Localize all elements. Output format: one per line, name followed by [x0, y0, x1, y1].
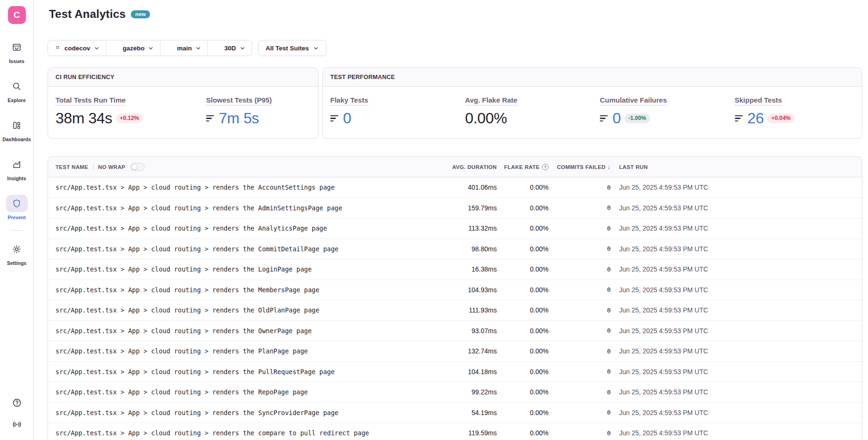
test-name-cell: src/App.test.tsx > App > cloud routing >… [48, 204, 422, 212]
flake-rate-cell: 0.00% [497, 286, 549, 294]
no-wrap-toggle[interactable] [130, 163, 145, 171]
table-row[interactable]: src/App.test.tsx > App > cloud routing >… [48, 218, 862, 239]
chevron-down-icon [313, 45, 319, 51]
tests-table: TEST NAME NO WRAP AVG. DURATION FLAKE RA… [48, 156, 862, 440]
metric-label[interactable]: Avg. Flake Rate [465, 96, 518, 105]
filter-funnel-icon [206, 115, 214, 121]
metric-label[interactable]: Total Tests Run Time [56, 96, 126, 105]
sidebar-item-dashboards[interactable]: Dashboards [2, 117, 31, 142]
metric-value-link[interactable]: 0 [343, 110, 351, 127]
table-row[interactable]: src/App.test.tsx > App > cloud routing >… [48, 321, 862, 342]
last-run-cell: Jun 25, 2025 4:59:53 PM UTC [619, 224, 862, 232]
metric-flaky-tests: Flaky Tests 0 [323, 96, 458, 127]
commits-failed-cell: 0 [549, 430, 619, 437]
repo-icon [112, 44, 119, 52]
metric-avg-flake-rate: Avg. Flake Rate 0.00% [458, 96, 593, 127]
help-icon[interactable] [12, 398, 22, 410]
col-last-run[interactable]: LAST RUN [619, 164, 862, 170]
table-row[interactable]: src/App.test.tsx > App > cloud routing >… [48, 280, 862, 301]
sidebar-item-label: Dashboards [2, 136, 31, 142]
search-icon [6, 78, 28, 95]
table-row[interactable]: src/App.test.tsx > App > cloud routing >… [48, 300, 862, 321]
test-name-cell: src/App.test.tsx > App > cloud routing >… [48, 429, 422, 437]
metric-label[interactable]: Slowest Tests (P95) [206, 96, 272, 105]
col-commits-failed[interactable]: COMMITS FAILED ↓ [549, 163, 619, 170]
no-wrap-label: NO WRAP [98, 164, 126, 170]
last-run-cell: Jun 25, 2025 4:59:53 PM UTC [619, 306, 862, 314]
sidebar-item-insights[interactable]: Insights [6, 156, 28, 181]
page-title: Test Analytics [49, 8, 126, 21]
test-name-cell: src/App.test.tsx > App > cloud routing >… [48, 224, 422, 232]
col-flake-rate[interactable]: FLAKE RATE ? [497, 164, 549, 170]
commits-failed-cell: 0 [549, 307, 619, 314]
table-row[interactable]: src/App.test.tsx > App > cloud routing >… [48, 177, 862, 198]
table-row[interactable]: src/App.test.tsx > App > cloud routing >… [48, 403, 862, 424]
org-logo[interactable]: C [8, 6, 26, 24]
sidebar-item-issues[interactable]: Issues [6, 39, 28, 64]
avg-duration-cell: 104.93ms [422, 286, 497, 294]
ci-run-efficiency-panel: CI RUN EFFICIENCY Total Tests Run Time 3… [48, 67, 319, 139]
sidebar-item-label: Prevent [8, 215, 26, 220]
metric-label[interactable]: Skipped Tests [735, 96, 782, 105]
col-avg-duration[interactable]: AVG. DURATION [422, 164, 497, 170]
flake-rate-cell: 0.00% [497, 265, 549, 273]
org-filter-value: codecov [64, 45, 90, 52]
sidebar-bottom [12, 398, 22, 432]
sidebar-item-prevent[interactable]: Prevent [6, 195, 28, 220]
filter-funnel-icon [735, 115, 743, 121]
question-circle-icon[interactable]: ? [542, 164, 549, 170]
metric-value: 0.00% [465, 110, 507, 127]
table-row[interactable]: src/App.test.tsx > App > cloud routing >… [48, 362, 862, 383]
avg-duration-cell: 111.93ms [422, 306, 497, 314]
metric-value-link[interactable]: 7m 5s [219, 110, 259, 127]
table-row[interactable]: src/App.test.tsx > App > cloud routing >… [48, 382, 862, 403]
delta-badge: -1.00% [624, 113, 650, 123]
app-root: C Issues Explore [0, 0, 868, 440]
last-run-cell: Jun 25, 2025 4:59:53 PM UTC [619, 204, 862, 212]
sidebar-item-label: Settings [7, 260, 26, 266]
table-row[interactable]: src/App.test.tsx > App > cloud routing >… [48, 239, 862, 260]
metric-label[interactable]: Cumulative Failures [600, 96, 667, 105]
test-name-cell: src/App.test.tsx > App > cloud routing >… [48, 327, 422, 335]
table-row[interactable]: src/App.test.tsx > App > cloud routing >… [48, 423, 862, 440]
gear-icon [6, 240, 28, 258]
new-badge: new [131, 10, 150, 18]
flake-rate-cell: 0.00% [497, 409, 549, 416]
table-row[interactable]: src/App.test.tsx > App > cloud routing >… [48, 341, 862, 362]
metric-value: 38m 34s [56, 110, 112, 127]
test-suites-dropdown[interactable]: All Test Suites [258, 40, 326, 56]
commits-failed-cell: 0 [549, 286, 619, 293]
flake-rate-cell: 0.00% [497, 347, 549, 355]
sort-desc-icon: ↓ [607, 163, 611, 170]
avg-duration-cell: 98.80ms [422, 245, 497, 253]
metric-value-link[interactable]: 0 [613, 110, 621, 127]
delta-badge: +0.12% [116, 113, 143, 123]
sidebar-item-settings[interactable]: Settings [6, 240, 28, 266]
broadcast-icon[interactable] [12, 419, 22, 432]
table-row[interactable]: src/App.test.tsx > App > cloud routing >… [48, 259, 862, 280]
commits-failed-cell: 0 [549, 266, 619, 273]
table-header: TEST NAME NO WRAP AVG. DURATION FLAKE RA… [48, 157, 862, 177]
commits-failed-cell: 0 [549, 368, 619, 375]
flake-rate-cell: 0.00% [497, 388, 549, 396]
test-name-cell: src/App.test.tsx > App > cloud routing >… [48, 286, 422, 294]
org-filter[interactable]: codecov [48, 40, 106, 56]
commits-failed-cell: 0 [549, 245, 619, 252]
repo-filter-value: gazebo [123, 45, 145, 52]
last-run-cell: Jun 25, 2025 4:59:53 PM UTC [619, 327, 862, 335]
last-run-cell: Jun 25, 2025 4:59:53 PM UTC [619, 388, 862, 396]
last-run-cell: Jun 25, 2025 4:59:53 PM UTC [619, 245, 862, 253]
summary-panels: CI RUN EFFICIENCY Total Tests Run Time 3… [48, 67, 862, 139]
test-suites-value: All Test Suites [266, 45, 309, 52]
sidebar-item-label: Insights [7, 176, 26, 181]
repo-filter[interactable]: gazebo [106, 40, 160, 56]
test-name-cell: src/App.test.tsx > App > cloud routing >… [48, 388, 422, 396]
sidebar-divider [11, 230, 23, 231]
branch-filter[interactable]: main [160, 40, 207, 56]
table-row[interactable]: src/App.test.tsx > App > cloud routing >… [48, 198, 862, 219]
metric-label[interactable]: Flaky Tests [330, 96, 368, 105]
sidebar-item-explore[interactable]: Explore [6, 78, 28, 103]
chevron-down-icon [94, 45, 100, 51]
date-range-filter[interactable]: 30D [207, 40, 252, 56]
metric-value-link[interactable]: 26 [748, 110, 764, 127]
